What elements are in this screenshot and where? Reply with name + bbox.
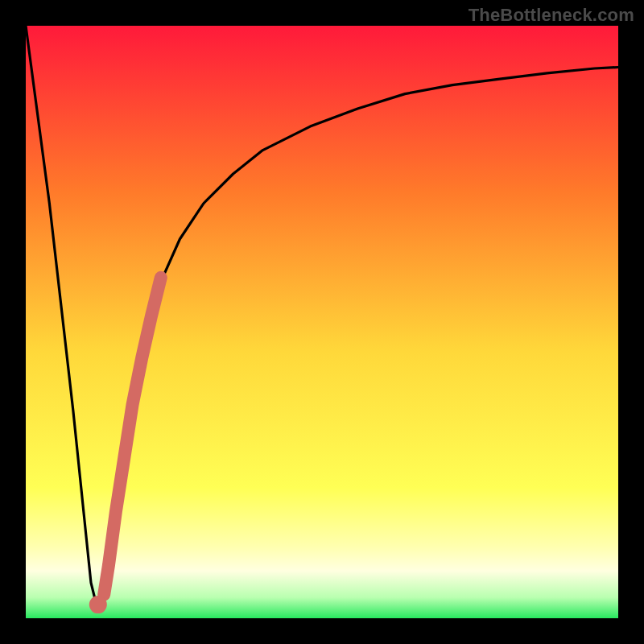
chart-frame: TheBottleneck.com [0, 0, 644, 644]
plot-area [26, 26, 618, 618]
watermark-text: TheBottleneck.com [469, 5, 634, 26]
chart-svg [26, 26, 618, 618]
highlight-dot [89, 596, 107, 613]
